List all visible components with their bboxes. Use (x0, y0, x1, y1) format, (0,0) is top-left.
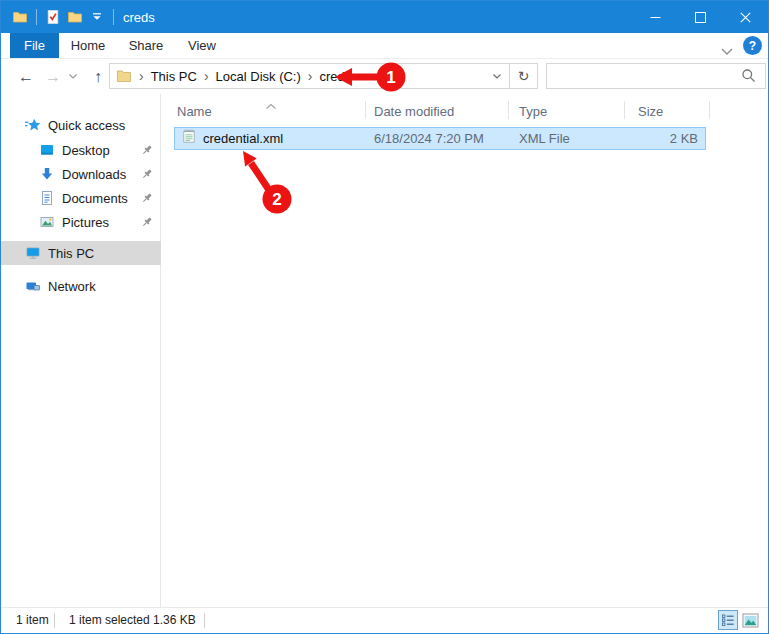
file-type: XML File (519, 128, 570, 149)
thumbnail-view-button[interactable] (741, 612, 759, 628)
column-divider[interactable] (365, 101, 366, 119)
quick-access-icon (25, 117, 41, 133)
network-icon (25, 278, 41, 294)
pin-icon (141, 216, 153, 228)
column-header-type[interactable]: Type (519, 104, 547, 119)
documents-icon (39, 190, 55, 206)
breadcrumb-creds[interactable]: creds (320, 69, 352, 84)
up-button[interactable]: ↑ (85, 59, 111, 94)
sidebar-item-pictures[interactable]: Pictures (1, 210, 161, 234)
xml-file-icon (181, 128, 197, 144)
tab-share[interactable]: Share (117, 33, 175, 58)
folder-icon[interactable] (11, 8, 29, 26)
column-divider[interactable] (709, 101, 710, 119)
file-date-modified: 6/18/2024 7:20 PM (374, 128, 484, 149)
column-divider[interactable] (624, 101, 625, 119)
breadcrumb-separator-icon: › (139, 64, 144, 88)
breadcrumb-separator-icon: › (308, 64, 313, 88)
file-explorer-window: creds File Home Share View ? ← → (0, 0, 769, 634)
pin-icon (141, 168, 153, 180)
downloads-icon (39, 166, 55, 182)
window-controls (633, 1, 768, 33)
search-input[interactable] (547, 64, 741, 88)
sidebar-item-label: Downloads (62, 167, 126, 182)
close-button[interactable] (723, 1, 768, 33)
file-name: credential.xml (203, 128, 283, 149)
column-header-name[interactable]: Name (177, 104, 212, 119)
divider (113, 9, 114, 25)
sidebar-item-label: Quick access (48, 118, 125, 133)
sidebar-item-label: Network (48, 279, 96, 294)
expand-ribbon-chevron-icon[interactable] (720, 42, 734, 51)
sidebar-item-network[interactable]: Network (1, 274, 161, 298)
address-dropdown-chevron-icon[interactable] (485, 64, 509, 88)
address-folder-icon (116, 68, 132, 84)
sidebar-item-desktop[interactable]: Desktop (1, 138, 161, 162)
this-pc-icon (25, 245, 41, 261)
sidebar-item-label: This PC (48, 246, 94, 261)
sidebar-item-downloads[interactable]: Downloads (1, 162, 161, 186)
help-button[interactable]: ? (743, 36, 762, 55)
tab-home[interactable]: Home (59, 33, 117, 58)
pin-icon (141, 192, 153, 204)
sidebar-item-label: Documents (62, 191, 128, 206)
divider (36, 9, 37, 25)
sidebar-item-documents[interactable]: Documents (1, 186, 161, 210)
sidebar-item-label: Pictures (62, 215, 109, 230)
window-title: creds (123, 10, 155, 25)
divider (54, 613, 55, 628)
status-item-count: 1 item (16, 608, 49, 633)
quick-access-toolbar: creds (1, 1, 155, 33)
tab-view[interactable]: View (175, 33, 229, 58)
status-selection-size: 1.36 KB (153, 608, 196, 633)
tab-file[interactable]: File (10, 33, 59, 58)
navigation-pane: Quick access Desktop Downloads (1, 94, 161, 609)
ribbon-tab-bar: File Home Share View ? (1, 33, 768, 59)
search-icon[interactable] (741, 68, 757, 84)
titlebar: creds (1, 1, 768, 33)
file-row-credential-xml[interactable]: credential.xml 6/18/2024 7:20 PM XML Fil… (174, 127, 706, 150)
sidebar-item-label: Desktop (62, 143, 110, 158)
status-bar: 1 item 1 item selected 1.36 KB (1, 607, 768, 633)
address-bar[interactable]: › This PC › Local Disk (C:) › creds ↻ (109, 63, 538, 89)
pin-icon (141, 144, 153, 156)
new-folder-icon[interactable] (66, 8, 84, 26)
column-divider[interactable] (508, 101, 509, 119)
main-area: Quick access Desktop Downloads (1, 94, 768, 609)
file-list: Name Date modified Type Size credential.… (161, 94, 768, 609)
recent-locations-chevron-icon[interactable] (65, 59, 81, 94)
breadcrumb-local-disk[interactable]: Local Disk (C:) (216, 69, 301, 84)
search-box[interactable] (546, 63, 766, 89)
navigation-toolbar: ← → ↑ › This PC › Local Disk (C:) › cred… (1, 59, 768, 94)
desktop-icon (39, 142, 55, 158)
back-button[interactable]: ← (13, 59, 39, 94)
forward-button[interactable]: → (41, 59, 65, 94)
status-selection-count: 1 item selected (69, 608, 150, 633)
address-bar-controls: ↻ (485, 64, 537, 88)
sidebar-item-this-pc[interactable]: This PC (1, 241, 161, 265)
maximize-button[interactable] (678, 1, 723, 33)
column-header-date-modified[interactable]: Date modified (374, 104, 454, 119)
column-header-size[interactable]: Size (638, 104, 663, 119)
properties-icon[interactable] (44, 8, 62, 26)
pictures-icon (39, 214, 55, 230)
minimize-button[interactable] (633, 1, 678, 33)
breadcrumb-separator-icon: › (204, 64, 209, 88)
sidebar-item-quick-access[interactable]: Quick access (1, 113, 161, 137)
qat-customize-chevron-icon[interactable] (88, 8, 106, 26)
refresh-button[interactable]: ↻ (510, 64, 537, 88)
divider (204, 613, 205, 628)
breadcrumb-this-pc[interactable]: This PC (151, 69, 197, 84)
sort-ascending-icon[interactable] (265, 96, 277, 103)
file-size: 2 KB (670, 128, 698, 149)
details-view-button[interactable] (718, 610, 738, 630)
